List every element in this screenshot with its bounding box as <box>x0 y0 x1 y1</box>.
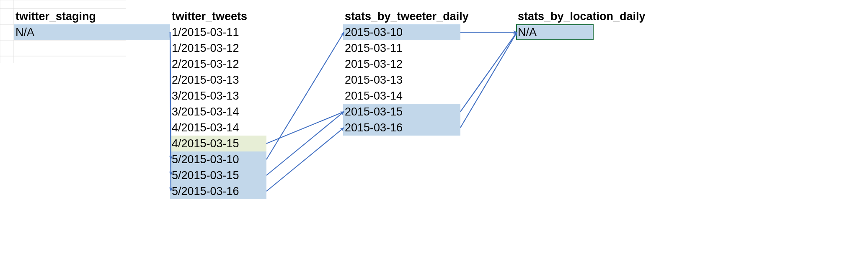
spreadsheet-viewport: twitter_staging twitter_tweets stats_by_… <box>0 0 868 277</box>
cell-tweets[interactable]: 4/2015-03-15 <box>170 136 266 151</box>
cell-tweets[interactable]: 2/2015-03-13 <box>170 72 343 88</box>
cell-tweets[interactable]: 1/2015-03-11 <box>170 24 343 40</box>
header-twitter-staging: twitter_staging <box>14 8 170 24</box>
cell-tweets[interactable]: 5/2015-03-15 <box>170 167 266 183</box>
cell-stats_tweeter[interactable]: 2015-03-15 <box>343 104 460 120</box>
dependency-arrow <box>266 128 344 191</box>
cell-stats_tweeter[interactable]: 2015-03-10 <box>343 24 460 40</box>
cell-stats_tweeter[interactable]: 2015-03-16 <box>343 120 460 136</box>
cell-tweets[interactable]: 1/2015-03-12 <box>170 40 343 56</box>
cell-stats_tweeter[interactable]: 2015-03-12 <box>343 56 516 72</box>
header-stats-by-tweeter-daily: stats_by_tweeter_daily <box>343 8 516 24</box>
header-twitter-tweets: twitter_tweets <box>170 8 343 24</box>
cell-tweets[interactable]: 4/2015-03-14 <box>170 120 343 136</box>
cell-tweets[interactable]: 3/2015-03-13 <box>170 88 343 104</box>
cell-stats_tweeter[interactable]: 2015-03-14 <box>343 88 516 104</box>
cell-staging[interactable]: N/A <box>14 24 170 40</box>
cell-tweets[interactable]: 2/2015-03-12 <box>170 56 343 72</box>
cell-stats_tweeter[interactable]: 2015-03-11 <box>343 40 516 56</box>
cell-tweets[interactable]: 5/2015-03-10 <box>170 151 266 167</box>
cell-tweets[interactable]: 5/2015-03-16 <box>170 183 266 199</box>
cell-tweets[interactable]: 3/2015-03-14 <box>170 104 343 120</box>
header-stats-by-location-daily: stats_by_location_daily <box>516 8 689 24</box>
cell-stats_location[interactable]: N/A <box>516 24 594 40</box>
cell-stats_tweeter[interactable]: 2015-03-13 <box>343 72 516 88</box>
